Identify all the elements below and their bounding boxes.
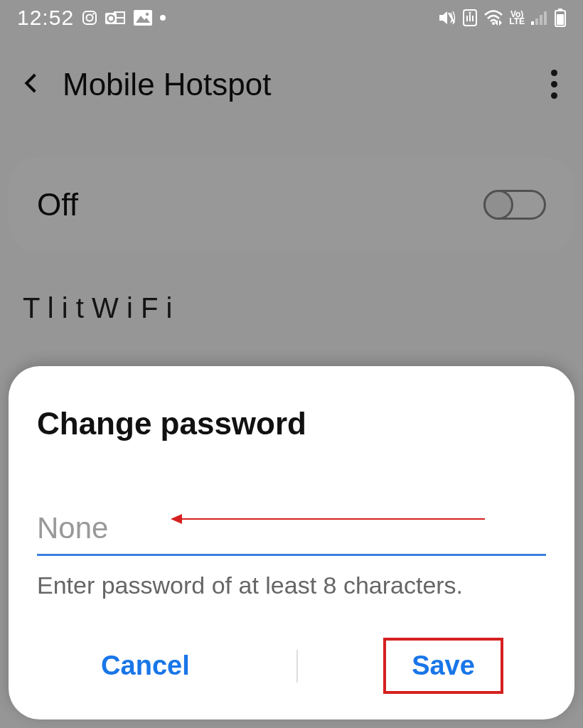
save-button[interactable]: Save: [383, 638, 503, 694]
svg-point-15: [469, 12, 471, 14]
password-input[interactable]: [37, 505, 546, 556]
button-divider: [296, 650, 298, 682]
svg-rect-22: [544, 11, 547, 25]
dialog-title: Change password: [37, 406, 546, 441]
clock: 12:52: [17, 6, 74, 30]
gallery-icon: [134, 10, 152, 26]
svg-point-1: [87, 15, 93, 21]
signal-icon: [530, 10, 549, 26]
svg-point-10: [146, 13, 149, 16]
mute-vibrate-icon: [438, 9, 456, 26]
volte-icon: Vo)LTE: [509, 11, 525, 25]
status-left: 12:52: [17, 6, 166, 30]
status-right: Vo)LTE: [438, 9, 566, 27]
svg-rect-25: [557, 14, 564, 25]
notification-dot-icon: [159, 14, 166, 21]
clean-icon: [462, 9, 478, 27]
outlook-icon: [105, 9, 127, 26]
svg-marker-12: [439, 11, 447, 24]
svg-rect-21: [540, 15, 542, 25]
instagram-icon: [81, 9, 98, 26]
svg-marker-17: [499, 20, 502, 26]
wifi-icon: [483, 10, 503, 26]
dialog-button-row: Cancel Save: [37, 638, 546, 694]
cancel-button[interactable]: Cancel: [80, 639, 211, 692]
svg-rect-19: [531, 21, 534, 25]
annotation-arrow: [172, 518, 485, 520]
svg-rect-8: [134, 10, 152, 26]
svg-rect-20: [535, 18, 538, 25]
password-input-wrap: [37, 505, 546, 556]
svg-point-11: [160, 15, 166, 21]
svg-point-2: [92, 13, 95, 15]
svg-point-16: [492, 22, 495, 25]
password-helper-text: Enter password of at least 8 characters.: [37, 572, 546, 599]
battery-icon: [555, 9, 566, 27]
status-bar: 12:52 Vo)LTE: [0, 0, 583, 36]
change-password-dialog: Change password Enter password of at lea…: [9, 366, 574, 719]
